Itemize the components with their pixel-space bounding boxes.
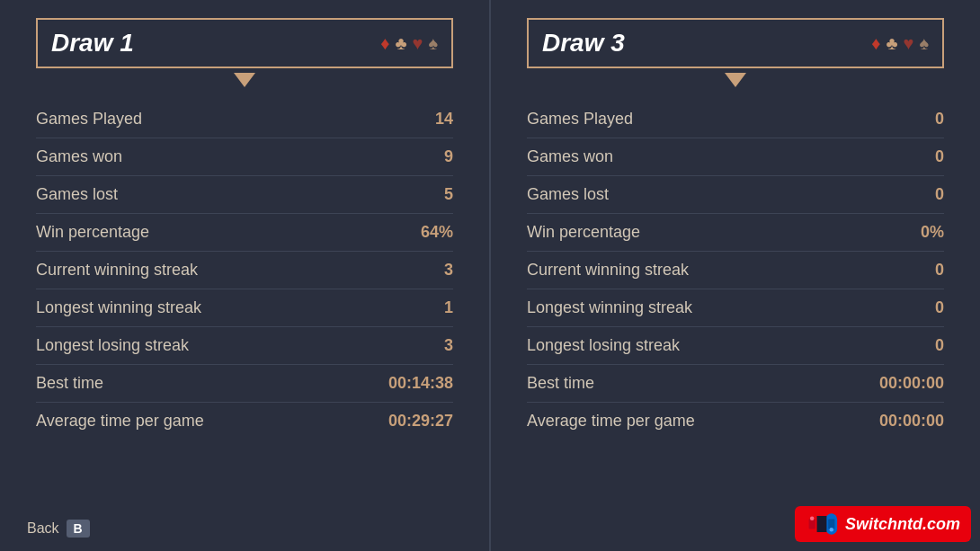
stat-value: 0: [935, 185, 944, 204]
stat-label: Longest winning streak: [527, 298, 692, 317]
stat-row: Longest winning streak 1: [36, 289, 453, 327]
stat-row: Longest losing streak 0: [527, 327, 944, 365]
heart-suit-2: ♥: [904, 33, 914, 54]
stat-value: 0%: [921, 223, 944, 242]
stat-row: Average time per game 00:00:00: [527, 403, 944, 440]
heart-suit-1: ♥: [413, 33, 423, 54]
svg-rect-4: [828, 520, 834, 529]
stat-label: Average time per game: [527, 412, 695, 431]
stat-value: 3: [444, 261, 453, 280]
stat-value: 00:00:00: [879, 412, 944, 431]
stat-value: 00:14:38: [388, 374, 453, 393]
footer: Back B: [27, 520, 90, 538]
stat-label: Games lost: [36, 185, 118, 204]
watermark: Switchntd.com: [795, 506, 971, 542]
svg-point-2: [810, 516, 815, 520]
diamond-suit-2: ♦: [871, 33, 880, 54]
stat-value: 0: [935, 110, 944, 129]
switch-logo-icon: [806, 511, 838, 537]
stat-label: Games Played: [36, 110, 142, 129]
stat-value: 14: [435, 110, 453, 129]
stat-label: Games lost: [527, 185, 609, 204]
main-container: Draw 1 ♦ ♣ ♥ ♠ Games Played 14 Games won…: [0, 0, 980, 551]
club-suit-1: ♣: [395, 33, 406, 54]
stat-value: 9: [444, 147, 453, 166]
stat-label: Current winning streak: [527, 261, 689, 280]
stat-value: 00:00:00: [879, 374, 944, 393]
spade-suit-2: ♠: [919, 33, 929, 54]
stat-row: Longest winning streak 0: [527, 289, 944, 327]
stat-row: Longest losing streak 3: [36, 327, 453, 365]
stat-row: Games lost 0: [527, 176, 944, 214]
stat-value: 00:29:27: [388, 412, 453, 431]
draw3-arrow: [725, 73, 746, 87]
stat-row: Win percentage 0%: [527, 214, 944, 252]
stat-value: 3: [444, 336, 453, 355]
draw3-suits: ♦ ♣ ♥ ♠: [871, 33, 929, 54]
stat-value: 0: [935, 298, 944, 317]
stat-label: Longest losing streak: [36, 336, 189, 355]
watermark-text: Switchntd.com: [845, 515, 960, 534]
stat-row: Win percentage 64%: [36, 214, 453, 252]
draw1-title: Draw 1: [51, 29, 134, 58]
stat-row: Games won 0: [527, 138, 944, 176]
club-suit-2: ♣: [886, 33, 897, 54]
stat-label: Games Played: [527, 110, 633, 129]
stat-label: Win percentage: [36, 223, 149, 242]
draw1-header: Draw 1 ♦ ♣ ♥ ♠: [36, 18, 453, 68]
stat-label: Games won: [527, 147, 613, 166]
svg-point-5: [830, 528, 834, 532]
spade-suit-1: ♠: [428, 33, 438, 54]
back-key[interactable]: B: [67, 520, 90, 538]
stat-row: Best time 00:14:38: [36, 365, 453, 403]
stat-label: Best time: [36, 374, 103, 393]
draw1-arrow: [234, 73, 255, 87]
draw1-panel: Draw 1 ♦ ♣ ♥ ♠ Games Played 14 Games won…: [0, 0, 489, 551]
stat-row: Games lost 5: [36, 176, 453, 214]
stat-label: Longest winning streak: [36, 298, 201, 317]
draw1-suits: ♦ ♣ ♥ ♠: [380, 33, 438, 54]
stat-label: Longest losing streak: [527, 336, 680, 355]
diamond-suit-1: ♦: [380, 33, 389, 54]
stat-value: 0: [935, 336, 944, 355]
draw3-title: Draw 3: [542, 29, 625, 58]
stat-row: Current winning streak 3: [36, 252, 453, 289]
stat-value: 0: [935, 147, 944, 166]
stat-row: Average time per game 00:29:27: [36, 403, 453, 440]
stat-value: 64%: [421, 223, 453, 242]
stat-row: Games Played 14: [36, 101, 453, 138]
stat-label: Win percentage: [527, 223, 640, 242]
stat-label: Current winning streak: [36, 261, 198, 280]
svg-rect-1: [809, 520, 815, 529]
stat-value: 5: [444, 185, 453, 204]
draw1-stats: Games Played 14 Games won 9 Games lost 5…: [36, 101, 453, 440]
stat-row: Games won 9: [36, 138, 453, 176]
back-label: Back: [27, 520, 59, 537]
stat-label: Games won: [36, 147, 122, 166]
stat-label: Best time: [527, 374, 594, 393]
stat-value: 1: [444, 298, 453, 317]
draw3-header: Draw 3 ♦ ♣ ♥ ♠: [527, 18, 944, 68]
stat-label: Average time per game: [36, 412, 204, 431]
stat-row: Games Played 0: [527, 101, 944, 138]
stat-value: 0: [935, 261, 944, 280]
stat-row: Current winning streak 0: [527, 252, 944, 289]
draw3-stats: Games Played 0 Games won 0 Games lost 0 …: [527, 101, 944, 440]
stat-row: Best time 00:00:00: [527, 365, 944, 403]
draw3-panel: Draw 3 ♦ ♣ ♥ ♠ Games Played 0 Games won …: [491, 0, 980, 551]
svg-rect-6: [817, 516, 827, 532]
